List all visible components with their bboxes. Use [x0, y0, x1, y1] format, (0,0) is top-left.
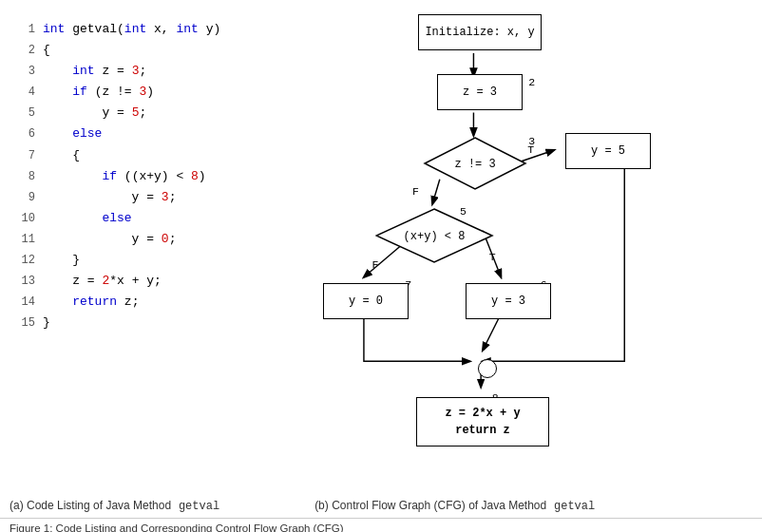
code-line-1: 1 int getval(int x, int y): [14, 19, 309, 40]
caption-right: (b) Control Flow Graph (CFG) of Java Met…: [314, 499, 595, 513]
svg-text:z != 3: z != 3: [454, 158, 495, 171]
cfg-node-5: (x+y) < 8: [375, 207, 494, 264]
svg-text:F: F: [412, 185, 419, 198]
cfg-section: F T F T 1 2 3 4 5 6 7 8 Initialize: x, y…: [314, 10, 752, 484]
svg-line-6: [483, 314, 501, 351]
cfg-node-1: Initialize: x, y: [418, 14, 542, 50]
cfg-node-6: y = 3: [466, 283, 551, 319]
cfg-node-3: z != 3: [423, 136, 527, 191]
svg-text:T: T: [527, 143, 534, 156]
figure-caption: Figure 1: Code Listing and Corresponding…: [0, 518, 762, 532]
cfg-node-2: z = 3: [437, 74, 523, 110]
captions-row: (a) Code Listing of Java Method getval (…: [0, 494, 762, 518]
cfg-node-8: z = 2*x + y return z: [416, 397, 549, 446]
caption-left: (a) Code Listing of Java Method getval: [10, 499, 219, 513]
cfg-node-7: y = 0: [323, 283, 409, 319]
svg-text:(x+y) < 8: (x+y) < 8: [404, 230, 466, 243]
cfg-node-4: y = 5: [565, 133, 651, 169]
code-section: 1 int getval(int x, int y) 2 { 3 int z =…: [10, 10, 314, 484]
svg-text:3: 3: [528, 135, 535, 147]
cfg-node-merge: [478, 359, 497, 378]
svg-text:2: 2: [528, 76, 535, 88]
